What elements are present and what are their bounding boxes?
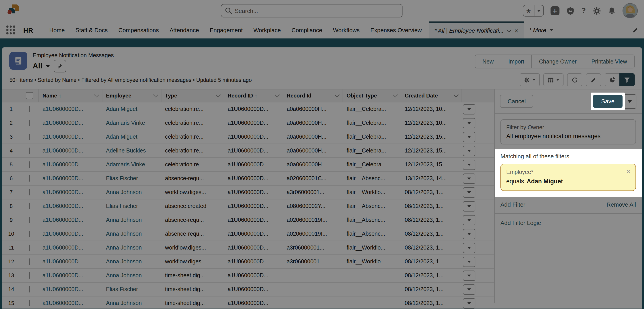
column-header-name[interactable]: Name↑ xyxy=(39,90,102,102)
row-actions-menu-button[interactable] xyxy=(463,215,476,225)
row-checkbox[interactable] xyxy=(29,106,30,112)
row-checkbox[interactable] xyxy=(29,120,30,126)
row-checkbox[interactable] xyxy=(29,217,30,223)
add-filter-link[interactable]: Add Filter xyxy=(500,201,525,208)
column-header-record-id[interactable]: Record ID↑ xyxy=(224,90,283,102)
record-name-link[interactable]: a1U0600000D... xyxy=(42,134,83,140)
display-as-table-button[interactable] xyxy=(544,73,564,86)
employee-link[interactable]: Anna Johnson xyxy=(106,189,142,196)
filter-button-active[interactable] xyxy=(620,73,634,86)
column-header-employee[interactable]: Employee xyxy=(102,90,162,102)
column-menu-chevron-icon[interactable] xyxy=(275,92,280,98)
row-actions-menu-button[interactable] xyxy=(463,160,476,170)
employee-link[interactable]: Adan Miguet xyxy=(106,106,137,112)
row-actions-menu-button[interactable] xyxy=(463,118,476,128)
record-name-link[interactable]: a1U0600000D... xyxy=(42,286,83,292)
record-name-link[interactable]: a1U0600000D... xyxy=(42,258,83,265)
more-tabs-menu[interactable]: * More xyxy=(524,22,559,38)
select-all-checkbox[interactable] xyxy=(26,92,33,99)
record-name-link[interactable]: a1U0600000D... xyxy=(42,162,83,168)
view-selector[interactable]: All xyxy=(33,62,50,71)
user-avatar[interactable] xyxy=(622,3,638,18)
guidance-icon[interactable] xyxy=(566,6,574,15)
row-actions-menu-button[interactable] xyxy=(463,242,476,253)
nav-item-engagement[interactable]: Engagement xyxy=(204,26,248,33)
record-name-link[interactable]: a1U0600000D... xyxy=(42,175,83,182)
nav-item-workflows[interactable]: Workflows xyxy=(328,26,365,33)
row-checkbox[interactable] xyxy=(29,244,30,251)
record-name-link[interactable]: a1U0600000D... xyxy=(42,189,83,196)
nav-item-home[interactable]: Home xyxy=(44,26,70,33)
cancel-button[interactable]: Cancel xyxy=(500,95,533,108)
row-actions-menu-button[interactable] xyxy=(463,187,476,198)
row-actions-menu-button[interactable] xyxy=(463,201,476,211)
employee-link[interactable]: Adamaris Vinke xyxy=(106,120,145,126)
row-checkbox[interactable] xyxy=(29,286,30,292)
search-input[interactable] xyxy=(221,4,402,18)
favorites-caret-icon[interactable] xyxy=(534,5,543,16)
app-launcher-waffle-icon[interactable] xyxy=(6,26,15,34)
nav-item-attendance[interactable]: Attendance xyxy=(164,26,204,33)
save-button[interactable]: Save xyxy=(593,95,622,108)
favorites-button[interactable]: ★ xyxy=(523,5,544,16)
employee-link[interactable]: Adamaris Vinke xyxy=(106,162,145,168)
column-menu-chevron-icon[interactable] xyxy=(393,92,398,98)
import-button[interactable]: Import xyxy=(501,54,532,68)
employee-link[interactable]: Anna Johnson xyxy=(106,300,142,306)
record-name-link[interactable]: a1U0600000D... xyxy=(42,148,83,154)
column-menu-chevron-icon[interactable] xyxy=(454,92,459,98)
remove-filter-icon[interactable]: × xyxy=(626,168,630,175)
nav-item-staff-docs[interactable]: Staff & Docs xyxy=(70,26,113,33)
row-checkbox[interactable] xyxy=(29,134,30,140)
nav-item-compliance[interactable]: Compliance xyxy=(286,26,328,33)
record-name-link[interactable]: a1U0600000D... xyxy=(42,244,83,251)
employee-link[interactable]: Anna Johnson xyxy=(106,244,142,251)
row-checkbox[interactable] xyxy=(29,258,30,265)
help-icon[interactable]: ? xyxy=(581,6,586,15)
employee-link[interactable]: Adeline Buckles xyxy=(106,148,146,154)
employee-link[interactable]: Anna Johnson xyxy=(106,258,142,265)
row-actions-menu-button[interactable] xyxy=(463,173,476,184)
column-header-created-date[interactable]: Created Date xyxy=(401,90,462,102)
employee-link[interactable]: Anna Johnson xyxy=(106,272,142,278)
global-add-icon[interactable]: + xyxy=(550,6,559,15)
filter-chip-employee[interactable]: Employee* equalsAdan Miguet × xyxy=(500,164,636,191)
nav-item-expenses-overview[interactable]: Expenses Overview xyxy=(365,26,427,33)
nav-item-workplace[interactable]: Workplace xyxy=(248,26,286,33)
record-name-link[interactable]: a1U0600000D... xyxy=(42,272,83,278)
add-filter-logic-link[interactable]: Add Filter Logic xyxy=(500,220,541,226)
record-name-link[interactable]: a1U0600000D... xyxy=(42,300,83,306)
employee-link[interactable]: Elias Fischer xyxy=(106,175,138,182)
new-button[interactable]: New xyxy=(475,54,501,68)
setup-gear-icon[interactable] xyxy=(592,6,601,15)
record-name-link[interactable]: a1U0600000D... xyxy=(42,231,83,237)
column-menu-chevron-icon[interactable] xyxy=(153,92,158,98)
row-actions-menu-button[interactable] xyxy=(463,256,476,267)
employee-link[interactable]: Adan Miguet xyxy=(106,134,137,140)
inline-edit-pencil-button[interactable] xyxy=(586,73,601,86)
row-checkbox[interactable] xyxy=(29,300,30,306)
edit-navigation-pencil-icon[interactable] xyxy=(632,26,639,33)
tab-chevron-down-icon[interactable] xyxy=(507,27,512,32)
row-actions-menu-button[interactable] xyxy=(463,104,476,114)
column-menu-chevron-icon[interactable] xyxy=(216,92,221,98)
column-header-object-type[interactable]: Object Type xyxy=(343,90,401,102)
column-header-record-id-2[interactable]: Record Id xyxy=(283,90,343,102)
employee-link[interactable]: Anna Johnson xyxy=(106,231,142,237)
pin-view-button[interactable] xyxy=(54,60,66,72)
employee-link[interactable]: Anna Johnson xyxy=(106,217,142,223)
row-actions-menu-button[interactable] xyxy=(463,284,476,294)
row-actions-menu-button[interactable] xyxy=(463,229,476,239)
filter-by-owner-box[interactable]: Filter by Owner All employee notificatio… xyxy=(500,120,636,144)
column-menu-chevron-icon[interactable] xyxy=(94,92,99,98)
printable-view-button[interactable]: Printable View xyxy=(584,54,634,68)
tab-close-icon[interactable]: × xyxy=(514,27,518,34)
remove-all-link[interactable]: Remove All xyxy=(607,201,636,208)
row-checkbox[interactable] xyxy=(29,272,30,278)
save-options-caret-button[interactable] xyxy=(623,94,636,108)
notifications-bell-icon[interactable] xyxy=(608,7,616,15)
row-checkbox[interactable] xyxy=(29,203,30,209)
refresh-button[interactable] xyxy=(567,73,582,86)
nav-item-compensations[interactable]: Compensations xyxy=(113,26,164,33)
change-owner-button[interactable]: Change Owner xyxy=(531,54,584,68)
